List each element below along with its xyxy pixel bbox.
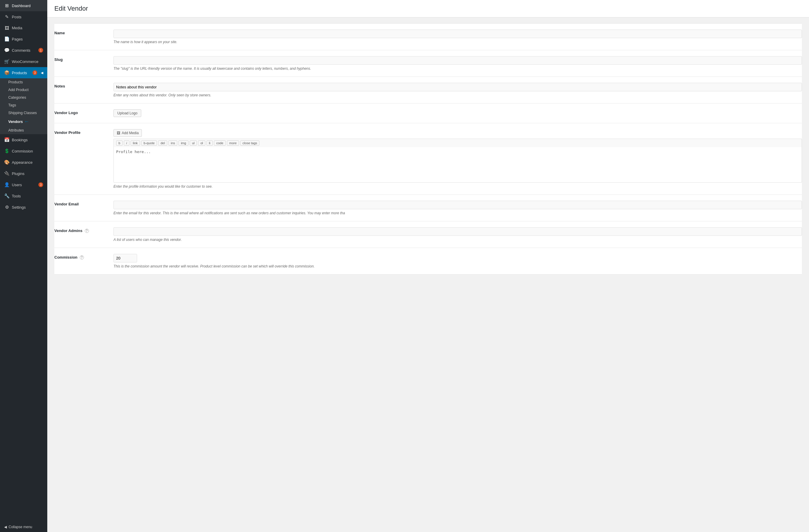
- sidebar-item-products[interactable]: 📦 Products 3 ◀: [0, 67, 47, 78]
- dashboard-icon: ⊞: [4, 3, 10, 8]
- upload-logo-button[interactable]: Upload Logo: [114, 109, 141, 117]
- toolbar-btn-link[interactable]: link: [131, 140, 140, 146]
- sidebar-item-bookings[interactable]: 📅 Bookings: [0, 134, 47, 145]
- vendor-email-field: Enter the email for this vendor. This is…: [114, 200, 802, 216]
- settings-icon: ⚙: [4, 205, 10, 210]
- sidebar-sub-shipping-classes[interactable]: Shipping Classes: [0, 109, 47, 117]
- toolbar-btn-more[interactable]: more: [227, 140, 239, 146]
- vendor-logo-field: Upload Logo: [114, 108, 802, 118]
- name-description: The name is how it appears on your site.: [114, 40, 802, 44]
- sidebar-item-label: Pages: [12, 37, 23, 41]
- vendor-email-row: Vendor Email Enter the email for this ve…: [54, 195, 802, 221]
- sidebar-item-woocommerce[interactable]: 🛒 WooCommerce: [0, 56, 47, 67]
- vendor-profile-row: Vendor Profile 🖼 Add Media b i link b-qu…: [54, 123, 802, 195]
- comments-badge: 1: [38, 48, 43, 53]
- toolbar-btn-bquote[interactable]: b-quote: [141, 140, 157, 146]
- main-content: Edit Vendor Name The name is how it appe…: [47, 0, 809, 532]
- sidebar-sub-products[interactable]: Products: [0, 78, 47, 86]
- products-icon: 📦: [4, 70, 10, 75]
- vendor-email-input[interactable]: [114, 201, 802, 209]
- sidebar-item-appearance[interactable]: 🎨 Appearance: [0, 157, 47, 168]
- sidebar-item-media[interactable]: 🖼 Media: [0, 22, 47, 33]
- toolbar-btn-ol[interactable]: ol: [198, 140, 205, 146]
- products-arrow: ◀: [41, 71, 43, 75]
- vendor-email-description: Enter the email for this vendor. This is…: [114, 211, 802, 215]
- bookings-icon: 📅: [4, 137, 10, 142]
- sidebar-item-tools[interactable]: 🔧 Tools: [0, 190, 47, 202]
- sidebar-item-comments[interactable]: 💬 Comments 1: [0, 45, 47, 56]
- editor-toolbar: b i link b-quote del ins img ul ol li co…: [114, 139, 802, 147]
- toolbar-btn-ins[interactable]: ins: [168, 140, 177, 146]
- add-media-icon: 🖼: [117, 131, 120, 135]
- collapse-label: Collapse menu: [8, 525, 32, 529]
- media-icon: 🖼: [4, 25, 10, 31]
- woocommerce-icon: 🛒: [4, 59, 10, 64]
- collapse-icon: ◀: [4, 525, 7, 529]
- sidebar-item-plugins[interactable]: 🔌 Plugins: [0, 168, 47, 179]
- appearance-icon: 🎨: [4, 160, 10, 165]
- commission-tooltip-icon: ?: [80, 255, 84, 259]
- toolbar-btn-ul[interactable]: ul: [190, 140, 197, 146]
- sidebar-item-label: Comments: [12, 48, 31, 53]
- page-header: Edit Vendor: [47, 0, 809, 17]
- toolbar-btn-b[interactable]: b: [116, 140, 123, 146]
- vendor-admins-tooltip-icon: ?: [85, 229, 89, 233]
- commission-field: This is the commission amount the vendor…: [114, 253, 802, 270]
- commission-label: Commission ?: [54, 253, 114, 270]
- toolbar-btn-close-tags[interactable]: close tags: [240, 140, 260, 146]
- sidebar-item-dashboard[interactable]: ⊞ Dashboard: [0, 0, 47, 11]
- collapse-menu-btn[interactable]: ◀ Collapse menu: [0, 522, 47, 532]
- sidebar-item-posts[interactable]: ✎ Posts: [0, 11, 47, 22]
- sidebar: ⊞ Dashboard ✎ Posts 🖼 Media 📄 Pages 💬 Co…: [0, 0, 47, 532]
- name-input[interactable]: [114, 30, 802, 38]
- tools-icon: 🔧: [4, 193, 10, 199]
- sidebar-sub-tags[interactable]: Tags: [0, 101, 47, 109]
- notes-input[interactable]: [114, 83, 802, 91]
- vendor-admins-description: A list of users who can manage this vend…: [114, 238, 802, 242]
- add-media-button[interactable]: 🖼 Add Media: [114, 129, 142, 137]
- sidebar-item-label: Settings: [12, 205, 26, 209]
- sidebar-item-users[interactable]: 👤 Users 3: [0, 179, 47, 190]
- vendor-profile-editor[interactable]: Profile here...: [114, 147, 802, 183]
- sidebar-sub-vendors[interactable]: Vendors ←: [0, 117, 47, 126]
- sidebar-sub-attributes[interactable]: Attributes: [0, 126, 47, 134]
- name-row: Name The name is how it appears on your …: [54, 23, 802, 50]
- sidebar-sub-add-product[interactable]: Add Product: [0, 86, 47, 94]
- slug-field: The "slug" is the URL-friendly version o…: [114, 55, 802, 72]
- slug-input[interactable]: [114, 56, 802, 65]
- slug-row: Slug The "slug" is the URL-friendly vers…: [54, 50, 802, 77]
- sidebar-item-label: Media: [12, 26, 22, 30]
- commission-row: Commission ? This is the commission amou…: [54, 248, 802, 275]
- sidebar-item-label: Commission: [12, 149, 33, 153]
- vendor-email-label: Vendor Email: [54, 200, 114, 216]
- vendor-admins-row: Vendor Admins ? A list of users who can …: [54, 221, 802, 248]
- plugins-icon: 🔌: [4, 171, 10, 176]
- sidebar-item-commission[interactable]: 💲 Commission: [0, 145, 47, 157]
- posts-icon: ✎: [4, 14, 10, 19]
- name-label: Name: [54, 28, 114, 45]
- pages-icon: 📄: [4, 36, 10, 42]
- comments-icon: 💬: [4, 48, 10, 53]
- toolbar-btn-img[interactable]: img: [178, 140, 189, 146]
- vendor-admins-input[interactable]: [114, 227, 802, 236]
- sidebar-item-label: Bookings: [12, 138, 28, 142]
- sidebar-sub-categories[interactable]: Categories: [0, 94, 47, 101]
- notes-description: Enter any notes about this vendor. Only …: [114, 93, 802, 97]
- slug-description: The "slug" is the URL-friendly version o…: [114, 67, 802, 71]
- vendor-profile-label: Vendor Profile: [54, 128, 114, 190]
- toolbar-btn-li[interactable]: li: [207, 140, 213, 146]
- toolbar-btn-del[interactable]: del: [158, 140, 167, 146]
- sidebar-item-label: Users: [12, 183, 22, 187]
- sidebar-item-label: Plugins: [12, 171, 24, 176]
- slug-label: Slug: [54, 55, 114, 72]
- products-submenu: Products Add Product Categories Tags Shi…: [0, 78, 47, 134]
- sidebar-item-label: Appearance: [12, 160, 33, 165]
- sidebar-item-label: Dashboard: [12, 3, 31, 8]
- commission-input[interactable]: [114, 254, 137, 262]
- toolbar-btn-i[interactable]: i: [124, 140, 129, 146]
- name-field: The name is how it appears on your site.: [114, 28, 802, 45]
- add-media-label: Add Media: [122, 131, 139, 135]
- sidebar-item-pages[interactable]: 📄 Pages: [0, 33, 47, 45]
- toolbar-btn-code[interactable]: code: [214, 140, 226, 146]
- sidebar-item-settings[interactable]: ⚙ Settings: [0, 202, 47, 213]
